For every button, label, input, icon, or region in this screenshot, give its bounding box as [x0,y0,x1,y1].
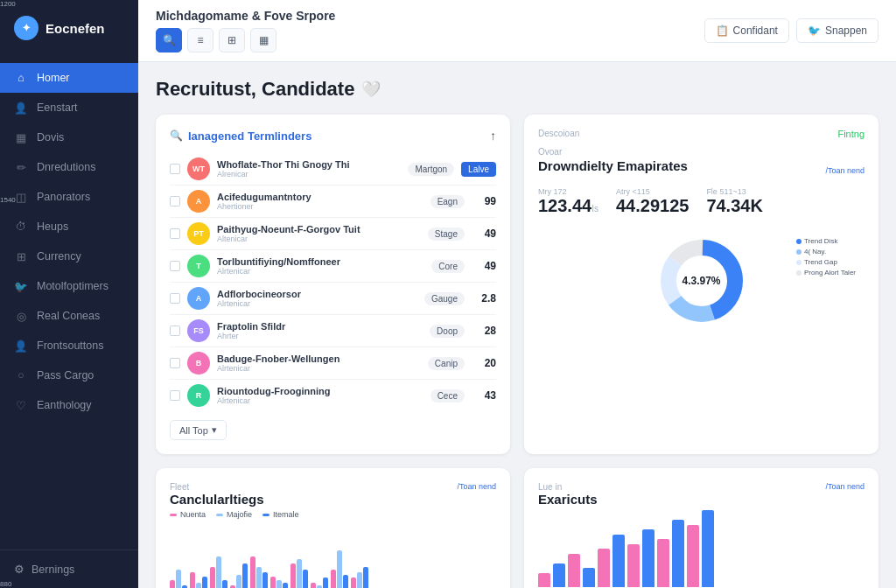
avatar: WT [187,158,210,180]
cand-checkbox[interactable] [170,293,180,304]
cand-checkbox[interactable] [170,261,180,271]
avatar: PT [187,222,210,245]
cand-checkbox[interactable] [170,390,180,401]
cand-sub: Alrenicar [217,170,401,178]
cand-sub: Altenicar [217,234,421,243]
line-bar [553,564,565,588]
cand-score: 99 [472,195,496,207]
cand-checkbox[interactable] [170,358,180,368]
fintng-filter[interactable]: Fintng [837,129,864,139]
line-bar [612,535,625,588]
cand-score: 49 [472,260,496,272]
line-card: Lue in Exaricuts /Toan nend 12001540880 [524,468,878,588]
bar [351,578,356,588]
table-row: PT Paithyug-Noeunt-F-Gorgov Tuit Altenic… [170,218,496,250]
fleet-total[interactable]: /Toan nend [457,482,496,491]
cand-info: Paithyug-Noeunt-F-Gorgov Tuit Altenicar [217,224,421,243]
bar [176,570,181,588]
candidate-list: WT Whoflate-Thor Thi Gnogy Thi Alrenicar… [170,153,496,411]
stat-item: Mry 172 123.44Is [538,187,598,216]
bar [202,577,207,589]
bar [242,564,248,589]
cand-name: Fraptolin Sfildr [217,321,423,332]
tool-btn-search[interactable]: 🔍 [156,28,182,52]
cand-stage: Gauge [424,292,465,305]
cand-sub: Alrtenicar [217,267,424,276]
bar [276,580,282,588]
stat-value: 123.44Is [538,196,598,216]
page-title-icon: 🤍 [361,80,381,99]
cand-score: 49 [472,228,496,240]
bar-group [311,578,328,588]
table-row: T Torlbuntifiying/Nomffoneer Alrtenicar … [170,250,496,283]
fleet-bar-chart [170,526,496,588]
stat-value: 44.29125 [616,196,689,216]
avatar: T [187,255,210,277]
confidant-label: Confidant [733,24,778,37]
cand-sub: Alrtenicar [217,299,417,308]
chart-legend-item: Nuenta [170,510,206,519]
bar-group [270,577,288,589]
main-area: Michdagomame & Fove Srpore 🔍≡⊞▦ 📋Confida… [138,0,896,588]
header-title: Michdagomame & Fove Srpore [156,9,335,23]
line-bar [702,510,714,587]
cand-checkbox[interactable] [170,164,180,174]
cand-info: Whoflate-Thor Thi Gnogy Thi Alrenicar [217,159,401,178]
bar [357,572,362,588]
chart-legend-item: Majofie [216,510,252,519]
bar [343,575,348,588]
bar-group [331,550,348,589]
bar-group [250,556,268,588]
stats-section-label: Descoioan [538,129,579,138]
tool-btn-table[interactable]: ▦ [250,28,276,52]
line-bar [568,554,580,588]
candidates-title: Ianagened Termlinders [188,130,312,143]
bar-group [170,570,187,588]
cand-score: 28 [472,325,496,337]
cand-stage: Doop [430,325,465,338]
legend-item: Trend Gap [796,258,856,266]
cand-info: Adflorbocineorsor Alrtenicar [217,289,417,308]
bar [290,564,296,589]
cand-stage: Canip [428,357,465,370]
bar-group [230,564,248,589]
stats-total[interactable]: /Toan nend [825,166,864,175]
donut-legend: Trend Disk4( Nay.Trend GapProng Alort Ta… [796,237,856,279]
expand-icon[interactable]: ↑ [490,129,496,143]
tool-btn-list[interactable]: ≡ [187,28,214,52]
bar [297,559,302,588]
cand-sub: Alrtenicar [217,396,424,405]
donut-area: 4.3.97% Trend Disk4( Nay.Trend GapProng … [538,228,864,333]
legend-item: Prong Alort Taler [796,269,856,276]
cand-score: 20 [472,357,496,369]
stat-label: Fle 511~13 [706,187,763,196]
bar [250,556,256,588]
bar [170,580,175,588]
fleet-legend: NuentaMajofieItemale [170,510,496,519]
line-bar [642,529,654,587]
cand-action-btn[interactable]: Lalve [461,162,496,177]
bar-group [290,559,308,588]
cand-checkbox[interactable] [170,326,180,336]
cand-checkbox[interactable] [170,228,180,239]
cand-checkbox[interactable] [170,196,180,206]
bar [323,578,328,588]
all-top-button[interactable]: All Top ▾ [170,420,227,440]
cand-stage: Cece [430,389,465,402]
stats-row: Mry 172 123.44Is Atry <115 44.29125 Fle … [538,187,864,216]
line-total[interactable]: /Toan nend [825,482,864,491]
chevron-down-icon: ▾ [212,424,217,436]
legend-item: Trend Disk [796,237,856,245]
line-title: Exaricuts [538,492,598,507]
header-btn-confidant[interactable]: 📋Confidant [704,18,789,43]
chart-legend-item: Itemale [262,510,299,519]
confidant-icon: 📋 [716,24,729,37]
cand-sub: Ahrter [217,332,423,340]
fleet-card: Fleet Canclularltiegs /Toan nend NuentaM… [156,468,510,588]
bar [262,572,268,588]
all-top-label: All Top [179,425,208,436]
cand-stage: Stage [428,228,465,241]
table-row: A Adflorbocineorsor Alrtenicar Gauge 2.8 [170,283,496,315]
header-btn-snappen[interactable]: 🐦Snappen [796,18,878,43]
tool-btn-filter[interactable]: ⊞ [219,28,245,52]
